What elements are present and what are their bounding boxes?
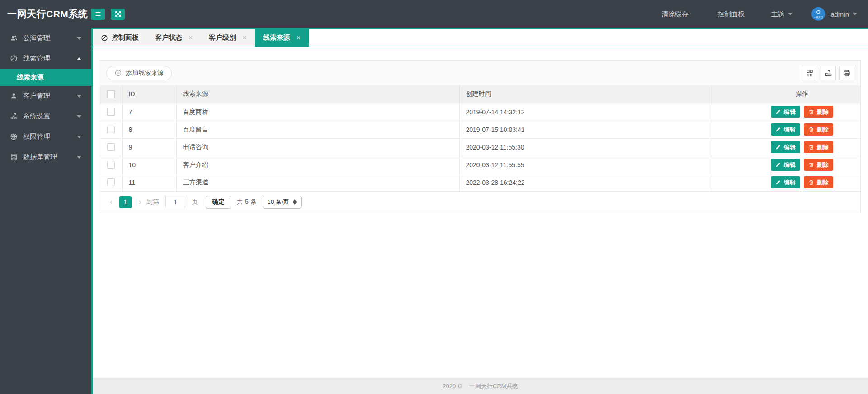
edit-button[interactable]: 编辑 (771, 123, 800, 136)
delete-button[interactable]: 删除 (804, 159, 833, 171)
export-icon (824, 69, 832, 77)
tab-dashboard[interactable]: 控制面板 (93, 29, 147, 47)
avatar-text: 一网天行 (811, 16, 825, 19)
menu-icon (94, 10, 102, 18)
panel-toolbar: 添加线索来源 (100, 61, 860, 85)
delete-button[interactable]: 删除 (804, 123, 833, 136)
tab-customer-status[interactable]: 客户状态 × (147, 29, 201, 47)
close-icon[interactable]: × (297, 34, 301, 42)
close-icon[interactable]: × (189, 34, 193, 42)
tab-label: 客户级别 (209, 33, 236, 42)
table-row: 9 电话咨询 2020-03-12 11:55:30 编辑删除 (100, 138, 860, 156)
add-lead-source-button[interactable]: 添加线索来源 (106, 66, 172, 80)
edit-button[interactable]: 编辑 (771, 141, 800, 153)
select-all-checkbox[interactable] (107, 90, 115, 98)
confirm-page-button[interactable]: 确定 (206, 196, 231, 209)
theme-label: 主题 (771, 10, 784, 19)
cell-id: 10 (122, 156, 176, 174)
goto-prefix-label: 到第 (146, 198, 159, 206)
total-count-label: 共 5 条 (237, 198, 257, 206)
page-size-select[interactable]: 10 条/页 (263, 196, 302, 209)
cell-source: 客户介绍 (176, 156, 459, 174)
page-number-input[interactable] (165, 196, 185, 208)
fullscreen-button[interactable] (111, 9, 125, 20)
columns-toggle-button[interactable] (802, 66, 817, 80)
delete-button[interactable]: 删除 (804, 141, 833, 153)
username: admin (830, 10, 849, 18)
tab-label: 控制面板 (112, 33, 139, 42)
sidebar-subitem-lead-source[interactable]: 线索来源 (0, 69, 91, 86)
chevron-down-icon (77, 156, 81, 159)
page-size-value: 10 条/页 (268, 198, 289, 206)
footer-text: 2020 © 一网天行CRM系统 (443, 382, 518, 390)
sidebar-item-system-settings[interactable]: 系统设置 (0, 106, 91, 127)
edit-button[interactable]: 编辑 (771, 159, 800, 171)
table-header-row: ID 线索来源 创建时间 操作 (100, 85, 860, 103)
avatar[interactable]: 一网天行 (811, 7, 825, 21)
edit-button[interactable]: 编辑 (771, 106, 800, 118)
prev-page-button[interactable] (106, 196, 116, 208)
delete-button[interactable]: 删除 (804, 176, 833, 188)
sidebar-item-database[interactable]: 数据库管理 (0, 147, 91, 167)
lead-source-panel: 添加线索来源 (100, 60, 861, 213)
cell-id: 11 (122, 174, 176, 191)
edit-button[interactable]: 编辑 (771, 176, 800, 188)
clear-cache-link[interactable]: 清除缓存 (661, 10, 689, 19)
tab-lead-source[interactable]: 线索来源 × (255, 29, 309, 47)
theme-dropdown[interactable]: 主题 (771, 10, 793, 19)
column-header-created: 创建时间 (459, 85, 712, 103)
database-icon (10, 153, 18, 161)
table-row: 7 百度商桥 2019-07-14 14:32:12 编辑删除 (100, 103, 860, 121)
user-menu[interactable]: admin (830, 10, 857, 18)
next-page-button[interactable] (135, 196, 145, 208)
sidebar-item-public-sea[interactable]: 公海管理 (0, 28, 91, 48)
cell-created: 2019-07-14 14:32:12 (459, 103, 712, 121)
delete-button[interactable]: 删除 (804, 106, 833, 118)
sidebar: 公海管理 线索管理 线索来源 客户管理 系统设置 权限管理 (0, 28, 91, 394)
lead-source-table: ID 线索来源 创建时间 操作 7 百度商桥 2019-07-14 14:32:… (100, 85, 860, 192)
sidebar-item-label: 客户管理 (23, 92, 50, 100)
caret-down-icon (853, 13, 857, 15)
users-icon (10, 34, 18, 42)
page-footer: 2020 © 一网天行CRM系统 (93, 378, 868, 394)
print-icon (843, 69, 851, 77)
goto-suffix-label: 页 (192, 198, 198, 206)
main-region: 添加线索来源 (93, 47, 868, 378)
add-button-label: 添加线索来源 (126, 69, 164, 77)
export-button[interactable] (821, 66, 836, 80)
tab-label: 线索来源 (263, 33, 290, 42)
print-button[interactable] (839, 66, 854, 80)
row-checkbox[interactable] (107, 178, 115, 186)
tab-bar: 控制面板 客户状态 × 客户级别 × 线索来源 × (93, 28, 868, 47)
chevron-up-icon (77, 57, 81, 60)
close-icon[interactable]: × (242, 34, 246, 42)
column-header-id: ID (122, 85, 176, 103)
column-header-actions: 操作 (712, 85, 860, 103)
collapse-menu-button[interactable] (91, 9, 105, 20)
row-checkbox[interactable] (107, 161, 115, 169)
fullscreen-icon (114, 10, 122, 18)
table-tools (802, 66, 854, 80)
sidebar-item-leads[interactable]: 线索管理 (0, 48, 91, 69)
dashboard-link[interactable]: 控制面板 (717, 10, 745, 19)
sidebar-item-label: 数据库管理 (23, 153, 57, 161)
tab-customer-level[interactable]: 客户级别 × (201, 29, 255, 47)
cell-source: 百度商桥 (176, 103, 459, 121)
select-arrows-icon (293, 199, 297, 205)
sidebar-item-customers[interactable]: 客户管理 (0, 86, 91, 106)
row-checkbox[interactable] (107, 143, 115, 151)
row-checkbox[interactable] (107, 108, 115, 116)
cell-created: 2019-07-15 10:03:41 (459, 121, 712, 138)
current-page-button[interactable]: 1 (119, 196, 132, 208)
sidebar-item-permissions[interactable]: 权限管理 (0, 127, 91, 147)
cell-created: 2020-03-12 11:55:30 (459, 138, 712, 156)
row-checkbox[interactable] (107, 126, 115, 133)
cell-created: 2020-03-12 11:55:55 (459, 156, 712, 174)
top-header: 一网天行CRM系统 清除缓存 控制面板 主题 一网天行 admin (0, 0, 868, 28)
compass-icon (101, 34, 108, 42)
cell-source: 电话咨询 (176, 138, 459, 156)
cell-id: 8 (122, 121, 176, 138)
chevron-down-icon (77, 136, 81, 138)
user-icon (10, 92, 18, 100)
cell-source: 百度留言 (176, 121, 459, 138)
